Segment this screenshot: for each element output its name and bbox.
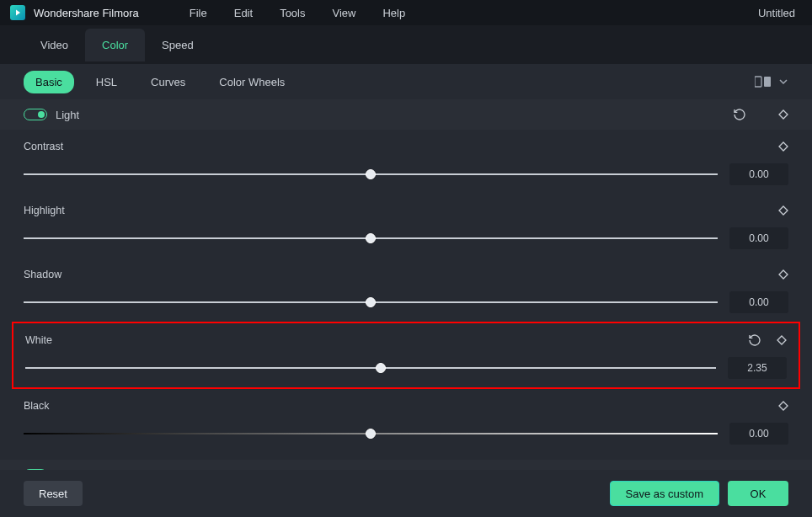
keyframe-icon[interactable] xyxy=(778,205,788,216)
save-as-custom-button[interactable]: Save as custom xyxy=(610,481,720,506)
color-subtabs: Basic HSL Curves Color Wheels xyxy=(0,64,812,99)
menu-file[interactable]: File xyxy=(179,3,217,23)
subtab-basic[interactable]: Basic xyxy=(24,71,74,93)
highlight-slider[interactable] xyxy=(24,231,718,246)
keyframe-icon[interactable] xyxy=(777,335,787,345)
svg-rect-1 xyxy=(764,77,771,87)
contrast-value[interactable]: 0.00 xyxy=(729,163,788,185)
highlight-value[interactable]: 0.00 xyxy=(729,227,788,249)
light-label: Light xyxy=(56,109,79,121)
white-label: White xyxy=(25,334,52,346)
menubar: Wondershare Filmora File Edit Tools View… xyxy=(0,0,812,25)
light-toggle[interactable] xyxy=(24,109,47,120)
reset-icon[interactable] xyxy=(748,333,761,347)
shadow-label: Shadow xyxy=(24,269,61,280)
param-black: Black 0.00 xyxy=(0,389,812,453)
menu-view[interactable]: View xyxy=(322,3,366,23)
footer: Reset Save as custom OK xyxy=(0,470,812,517)
reset-button[interactable]: Reset xyxy=(24,481,83,506)
param-shadow: Shadow 0.00 xyxy=(0,258,812,322)
param-contrast: Contrast 0.00 xyxy=(0,130,812,194)
white-slider[interactable] xyxy=(25,360,716,376)
subtab-hsl[interactable]: HSL xyxy=(84,71,129,93)
highlight-label: Highlight xyxy=(24,205,65,216)
menu-tools[interactable]: Tools xyxy=(270,3,315,23)
black-label: Black xyxy=(24,400,50,412)
tab-video[interactable]: Video xyxy=(24,29,85,61)
document-title: Untitled xyxy=(758,7,795,19)
contrast-label: Contrast xyxy=(24,141,63,152)
keyframe-icon[interactable] xyxy=(778,141,788,152)
param-white: White 2.35 xyxy=(12,322,800,389)
shadow-slider[interactable] xyxy=(24,295,718,310)
black-slider[interactable] xyxy=(24,426,718,441)
keyframe-icon[interactable] xyxy=(778,269,788,280)
subtab-curves[interactable]: Curves xyxy=(139,71,197,93)
tab-color[interactable]: Color xyxy=(85,29,145,61)
white-value[interactable]: 2.35 xyxy=(728,357,787,379)
app-title: Wondershare Filmora xyxy=(34,7,139,19)
contrast-slider[interactable] xyxy=(24,167,718,182)
menu-edit[interactable]: Edit xyxy=(224,3,263,23)
reset-icon[interactable] xyxy=(733,108,746,121)
color-panel: Basic HSL Curves Color Wheels Light Cont… xyxy=(0,64,812,517)
svg-rect-0 xyxy=(755,77,761,87)
tab-speed[interactable]: Speed xyxy=(145,29,211,61)
black-value[interactable]: 0.00 xyxy=(729,423,788,445)
main-tabs: Video Color Speed xyxy=(0,25,812,64)
subtab-color-wheels[interactable]: Color Wheels xyxy=(207,71,296,93)
chevron-down-icon[interactable] xyxy=(778,77,788,87)
section-light-header: Light xyxy=(0,99,812,130)
menu-help[interactable]: Help xyxy=(372,3,415,23)
keyframe-icon[interactable] xyxy=(778,109,788,120)
ok-button[interactable]: OK xyxy=(728,481,788,506)
app-logo xyxy=(10,5,25,20)
section-adjust-header: Adjust xyxy=(0,460,812,470)
compare-icon[interactable] xyxy=(755,75,772,88)
shadow-value[interactable]: 0.00 xyxy=(729,291,788,313)
adjust-toggle[interactable] xyxy=(24,469,47,470)
keyframe-icon[interactable] xyxy=(778,401,788,411)
param-highlight: Highlight 0.00 xyxy=(0,194,812,258)
